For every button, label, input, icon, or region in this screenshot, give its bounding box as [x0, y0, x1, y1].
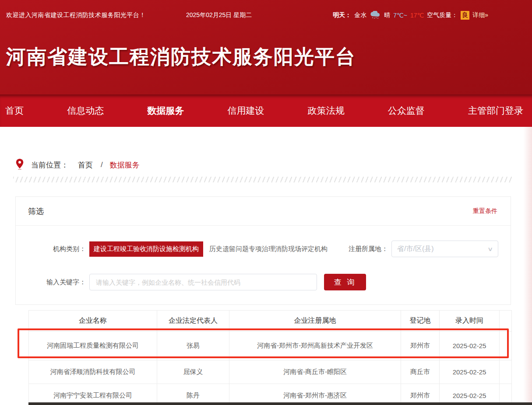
air-quality-label: 空气质量：: [427, 11, 458, 19]
results-table: 企业名称 企业法定代表人 企业注册属地 登记地 录入时间 河南固瑞工程质量检测有…: [28, 310, 512, 405]
nav-item-admin-login[interactable]: 主管部门登录: [468, 105, 523, 117]
horizontal-scrollbar[interactable]: [28, 402, 532, 405]
column-header-registration-place: 登记地: [401, 311, 440, 332]
cell-registration-place: 郑州市: [401, 332, 440, 360]
cell-entry-date: 2025-02-25: [440, 384, 500, 405]
category-label: 机构类别：: [16, 245, 89, 253]
keyword-input[interactable]: [89, 274, 317, 290]
weather-condition: 晴: [384, 11, 390, 19]
cell-extra: [500, 332, 512, 360]
table-row: 河南固瑞工程质量检测有限公司 张易 河南省-郑州市-郑州高新技术产业开发区 郑州…: [29, 332, 512, 360]
cell-extra: [500, 360, 512, 384]
filter-row-keyword: 输入关键字： 查 询: [16, 274, 498, 290]
cell-entry-date: 2025-02-25: [440, 360, 500, 384]
column-header-legal-rep: 企业法定代表人: [157, 311, 229, 332]
nav-item-data-service[interactable]: 数据服务: [147, 105, 184, 117]
region-select-placeholder: 省/市/区(县): [397, 244, 488, 254]
filter-panel: 筛选 重置条件 机构类别： 建设工程竣工验收消防设施检测机构 历史遗留问题专项治…: [15, 196, 511, 305]
filter-panel-header: 筛选 重置条件: [16, 197, 511, 226]
region-label: 注册所属地：: [349, 245, 388, 253]
table-row: 河南省泽顺消防科技有限公司 屈保义 河南省-商丘市-睢阳区 商丘市 2025-0…: [29, 360, 512, 384]
breadcrumb-label: 当前位置：: [31, 160, 68, 170]
weather-detail-link[interactable]: 详细»: [472, 11, 488, 19]
filter-title: 筛选: [28, 206, 44, 216]
filter-row-category: 机构类别： 建设工程竣工验收消防设施检测机构 历史遗留问题专项治理消防现场评定机…: [16, 241, 498, 257]
cloud-rain-icon: [370, 11, 381, 20]
nav-item-supervision[interactable]: 公众监督: [388, 105, 425, 117]
slash-divider: [13, 177, 512, 182]
category-tab-legacy-assessment-agency[interactable]: 历史遗留问题专项治理消防现场评定机构: [205, 241, 332, 257]
temp-high: 17℃: [410, 12, 424, 19]
top-bar: 欢迎进入河南省建设工程消防技术服务阳光平台！ 2025年02月25日 星期二 明…: [0, 0, 532, 31]
nav-item-credit[interactable]: 信用建设: [227, 105, 264, 117]
page: 欢迎进入河南省建设工程消防技术服务阳光平台！ 2025年02月25日 星期二 明…: [0, 0, 532, 405]
air-quality-badge: 良: [461, 11, 469, 20]
cell-legal-rep: 屈保义: [157, 360, 229, 384]
breadcrumb-home-link[interactable]: 首页: [78, 160, 93, 170]
category-tab-detection-agency[interactable]: 建设工程竣工验收消防设施检测机构: [89, 241, 203, 257]
column-header-entry-date: 录入时间: [440, 311, 500, 332]
breadcrumb-current-link[interactable]: 数据服务: [110, 160, 140, 170]
cell-legal-rep: 陈丹: [157, 384, 229, 405]
cell-registered-address: 河南省-商丘市-睢阳区: [229, 360, 401, 384]
nav-item-home[interactable]: 首页: [5, 105, 24, 117]
region-select[interactable]: 省/市/区(县) ∨: [391, 241, 498, 257]
cell-registered-address: 河南省-郑州市-惠济区: [229, 384, 401, 405]
nav-item-policy[interactable]: 政策法规: [308, 105, 345, 117]
search-button[interactable]: 查 询: [324, 274, 366, 290]
cell-company-name: 河南固瑞工程质量检测有限公司: [29, 332, 157, 360]
breadcrumb-separator: /: [101, 161, 103, 169]
cell-legal-rep: 张易: [157, 332, 229, 360]
page-title: 河南省建设工程消防技术服务阳光平台: [0, 31, 532, 70]
keyword-label: 输入关键字：: [16, 278, 89, 286]
current-date: 2025年02月25日 星期二: [186, 11, 252, 19]
weather-widget: 明天： 金水 晴 7℃~ 17℃ 空气质量： 良 详细»: [333, 11, 488, 20]
cell-entry-date: 2025-02-25: [440, 332, 500, 360]
weather-district: 金水: [354, 11, 366, 19]
cell-company-name: 河南省泽顺消防科技有限公司: [29, 360, 157, 384]
tomorrow-label: 明天：: [333, 11, 351, 19]
content-area: 当前位置： 首页 / 数据服务 筛选 重置条件 机构类别： 建设工程竣工验收消防…: [0, 158, 532, 405]
cell-registration-place: 郑州市: [401, 384, 440, 405]
breadcrumb: 当前位置： 首页 / 数据服务: [15, 158, 532, 171]
location-pin-icon: [15, 158, 31, 172]
column-header-registered-address: 企业注册属地: [229, 311, 401, 332]
chevron-down-icon: ∨: [488, 246, 493, 252]
column-header-extra: [500, 311, 512, 332]
reset-filters-link[interactable]: 重置条件: [473, 207, 497, 215]
main-nav: 首页 信息动态 数据服务 信用建设 政策法规 公众监督 主管部门登录: [0, 94, 532, 127]
table-header-row: 企业名称 企业法定代表人 企业注册属地 登记地 录入时间: [29, 311, 512, 332]
cell-company-name: 河南宇宁安装工程有限公司: [29, 384, 157, 405]
cell-extra: [500, 384, 512, 405]
filter-panel-body: 机构类别： 建设工程竣工验收消防设施检测机构 历史遗留问题专项治理消防现场评定机…: [16, 226, 511, 304]
welcome-text: 欢迎进入河南省建设工程消防技术服务阳光平台！: [6, 11, 146, 19]
table-row: 河南宇宁安装工程有限公司 陈丹 河南省-郑州市-惠济区 郑州市 2025-02-…: [29, 384, 512, 405]
column-header-company-name: 企业名称: [29, 311, 157, 332]
cell-registration-place: 商丘市: [401, 360, 440, 384]
cell-registered-address: 河南省-郑州市-郑州高新技术产业开发区: [229, 332, 401, 360]
nav-item-news[interactable]: 信息动态: [67, 105, 104, 117]
site-header: 欢迎进入河南省建设工程消防技术服务阳光平台！ 2025年02月25日 星期二 明…: [0, 0, 532, 94]
temp-low: 7℃~: [393, 12, 407, 19]
